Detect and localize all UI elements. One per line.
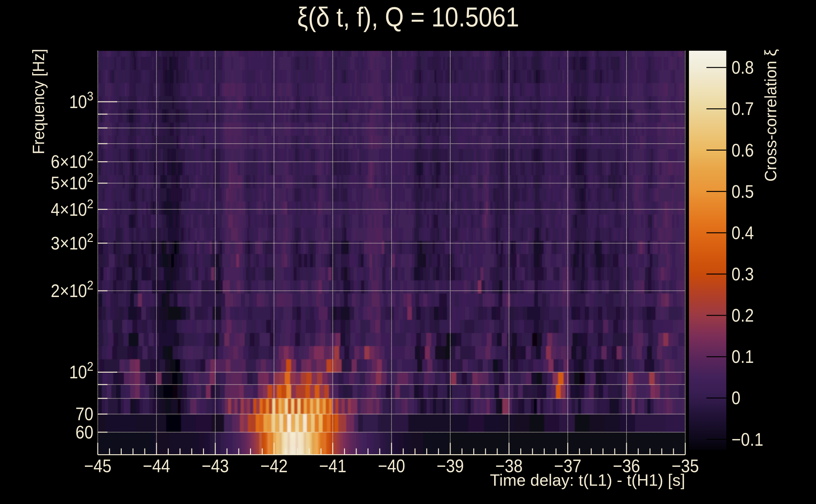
svg-text:0.5: 0.5: [732, 181, 754, 202]
svg-text:ξ(δ t, f), Q = 10.5061: ξ(δ t, f), Q = 10.5061: [297, 2, 519, 32]
svg-text:0.7: 0.7: [732, 99, 754, 119]
svg-text:70: 70: [75, 404, 93, 424]
svg-text:−45: −45: [84, 456, 112, 476]
svg-text:−43: −43: [201, 456, 229, 476]
svg-text:4×102: 4×102: [51, 196, 93, 220]
svg-text:−41: −41: [319, 456, 347, 476]
svg-text:2×102: 2×102: [51, 278, 93, 301]
svg-text:0.3: 0.3: [732, 264, 754, 284]
svg-text:0.6: 0.6: [732, 140, 754, 161]
svg-text:60: 60: [75, 422, 93, 443]
svg-text:−44: −44: [143, 456, 170, 476]
svg-text:−40: −40: [378, 456, 405, 476]
svg-text:0.2: 0.2: [732, 305, 754, 326]
svg-text:0.8: 0.8: [732, 57, 754, 78]
svg-text:Cross-correlation ξ: Cross-correlation ξ: [761, 49, 780, 182]
svg-text:−42: −42: [261, 456, 288, 476]
svg-text:Frequency [Hz]: Frequency [Hz]: [29, 49, 48, 154]
svg-text:−39: −39: [437, 456, 464, 476]
svg-text:Time delay: t(L1) - t(H1) [s]: Time delay: t(L1) - t(H1) [s]: [490, 471, 685, 489]
svg-text:3×102: 3×102: [51, 230, 93, 254]
svg-text:5×102: 5×102: [51, 170, 93, 193]
svg-text:−0.1: −0.1: [732, 429, 763, 450]
svg-text:0.1: 0.1: [732, 347, 754, 367]
svg-text:6×102: 6×102: [51, 149, 93, 172]
svg-text:0: 0: [732, 388, 740, 408]
svg-text:0.4: 0.4: [732, 223, 754, 243]
